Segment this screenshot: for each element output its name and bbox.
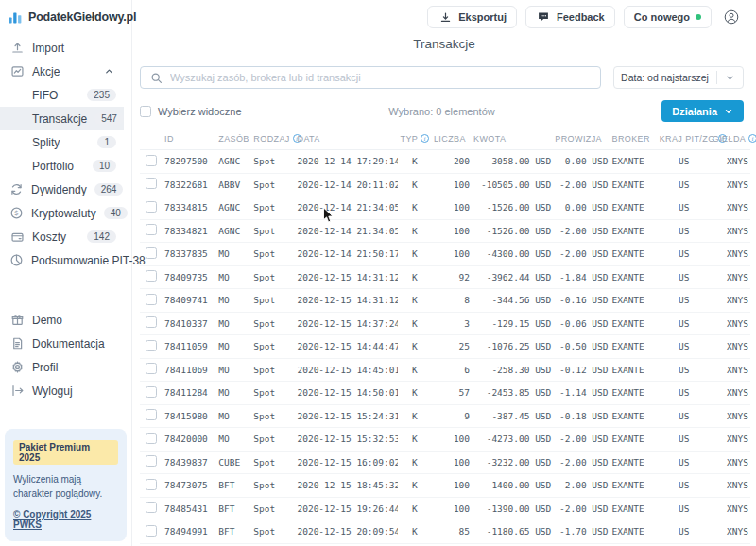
column-header-rodzaj[interactable]: RODZAJi — [251, 129, 295, 150]
row-checkbox-cell — [140, 196, 163, 220]
select-visible-checkbox[interactable] — [140, 106, 151, 117]
cell-kwota: -344.56 USD — [472, 289, 553, 313]
row-checkbox[interactable] — [146, 455, 157, 467]
cell-kwota: -2453.85 USD — [472, 382, 553, 405]
row-checkbox[interactable] — [146, 363, 157, 374]
cell-typ: K — [398, 289, 432, 313]
column-header-kwota[interactable]: KWOTA — [472, 129, 553, 150]
cell-data: 2020-12-14 21:50:17 — [295, 243, 397, 266]
sidebar-item-wyloguj[interactable]: Wyloguj — [0, 379, 124, 402]
row-checkbox[interactable] — [146, 433, 157, 444]
export-label: Eksportuj — [458, 11, 507, 23]
row-checkbox[interactable] — [146, 294, 157, 305]
column-header-prowizja[interactable]: PROWIZJA — [553, 129, 610, 150]
row-checkbox[interactable] — [146, 340, 157, 351]
search-input[interactable] — [170, 72, 593, 83]
cell-rodzaj: Spot — [251, 243, 295, 266]
premium-note: Wyliczenia mają charakter poglądowy. — [13, 473, 118, 501]
row-checkbox-cell — [140, 265, 163, 289]
sidebar-item-akcje[interactable]: Akcje — [0, 60, 124, 83]
cell-prowizja: -2.00 USD — [553, 243, 610, 266]
cell-broker: EXANTE — [610, 289, 657, 313]
feedback-label: Feedback — [557, 11, 605, 23]
row-checkbox[interactable] — [146, 409, 157, 420]
cell-broker: EXANTE — [610, 173, 657, 196]
sidebar-item-kryptowaluty[interactable]: $Kryptowaluty40 — [0, 201, 124, 225]
cell-broker: EXANTE — [610, 243, 657, 266]
sidebar-item-fifo[interactable]: FIFO235 — [0, 83, 124, 107]
sidebar-item-demo[interactable]: Demo — [0, 308, 124, 332]
column-header-gie-da[interactable]: GIEŁDAi — [711, 129, 750, 150]
cell-gie-da: XNYS — [711, 173, 750, 196]
column-header-zas-b[interactable]: ZASÓB — [216, 129, 251, 150]
count-badge: 547 — [94, 112, 124, 125]
cell-id: 78411284 — [163, 382, 216, 405]
row-checkbox[interactable] — [146, 502, 157, 513]
row-checkbox[interactable] — [146, 316, 157, 328]
sidebar-item-splity[interactable]: Splity1 — [0, 130, 124, 154]
row-checkbox[interactable] — [146, 178, 157, 189]
cell-prowizja: -2.00 USD — [553, 173, 610, 196]
app-logo[interactable]: PodatekGiełdowy.pl — [0, 0, 131, 30]
sidebar-item-profil[interactable]: Profil — [0, 355, 124, 379]
column-header-kraj-pit-zg[interactable]: KRAJ PIT/ZGi — [658, 129, 711, 150]
sidebar-item-dokumentacja[interactable]: Dokumentacja — [0, 332, 124, 355]
sidebar-item-label: Dokumentacja — [32, 337, 105, 350]
cell-broker: EXANTE — [610, 335, 657, 359]
column-header-liczba[interactable]: LICZBA — [432, 129, 472, 150]
info-icon[interactable]: i — [421, 134, 429, 143]
cell-kwota: -387.45 USD — [472, 404, 553, 428]
column-header-broker[interactable]: BROKER — [610, 129, 657, 150]
cell-broker: EXANTE — [610, 451, 657, 474]
search-box — [140, 66, 601, 89]
table-row: 78337835MOSpot2020-12-14 21:50:17K100-43… — [140, 243, 750, 266]
cell-kraj-pit-zg: US — [658, 219, 711, 243]
sidebar-item-koszty[interactable]: Koszty142 — [0, 225, 124, 248]
row-checkbox[interactable] — [146, 224, 157, 235]
cell-typ: K — [398, 358, 432, 382]
row-checkbox[interactable] — [146, 247, 157, 259]
row-checkbox[interactable] — [146, 525, 157, 537]
sidebar-item-dywidendy[interactable]: Dywidendy264 — [0, 178, 124, 201]
cell-rodzaj: Spot — [251, 312, 295, 335]
cell-rodzaj: Spot — [251, 358, 295, 382]
export-button[interactable]: Eksportuj — [427, 6, 517, 28]
actions-button[interactable]: Działania — [662, 100, 744, 122]
cell-gie-da: XNYS — [711, 428, 750, 452]
user-avatar-button[interactable] — [720, 6, 743, 28]
sidebar-item-transakcje[interactable]: Transakcje547 — [0, 107, 124, 130]
feedback-button[interactable]: Feedback — [525, 6, 615, 28]
sidebar-item-label: Splity — [32, 136, 60, 149]
sidebar-item-portfolio[interactable]: Portfolio10 — [0, 154, 124, 178]
row-checkbox[interactable] — [146, 201, 157, 213]
column-header-data[interactable]: DATA — [295, 129, 397, 150]
column-header-typ[interactable]: TYPi — [398, 129, 432, 150]
cell-data: 2020-12-14 21:34:05 — [295, 196, 397, 220]
row-checkbox[interactable] — [146, 386, 157, 398]
info-icon[interactable]: i — [748, 134, 756, 143]
row-checkbox[interactable] — [146, 270, 157, 282]
copyright-link[interactable]: © Copyright 2025 PWKS — [13, 509, 118, 530]
sidebar-item-import[interactable]: Import — [0, 36, 124, 60]
cell-typ: K — [398, 497, 432, 520]
whats-new-button[interactable]: Co nowego — [624, 6, 712, 28]
cell-data: 2020-12-15 14:31:12 — [295, 289, 397, 313]
cell-gie-da: XNYS — [711, 312, 750, 335]
cell-liczba: 85 — [432, 520, 472, 544]
cell-kraj-pit-zg: US — [658, 520, 711, 544]
row-checkbox[interactable] — [146, 155, 157, 166]
cell-liczba: 100 — [432, 219, 472, 243]
sidebar-item-label: Profil — [32, 361, 58, 374]
sort-dropdown[interactable]: Data: od najstarszej — [613, 66, 744, 89]
cell-zas-b: AGNC — [216, 196, 251, 220]
cell-typ: K — [398, 404, 432, 428]
cell-typ: K — [398, 474, 432, 498]
divider — [716, 71, 717, 84]
cell-liczba: 8 — [432, 289, 472, 313]
cell-kwota: -1400.00 USD — [472, 474, 553, 498]
row-checkbox[interactable] — [146, 479, 157, 490]
column-header-id[interactable]: ID — [163, 129, 216, 150]
sidebar-item-podsumowanie-pit-38[interactable]: Podsumowanie PIT-38 — [0, 248, 124, 272]
cell-liczba: 3 — [432, 312, 472, 335]
count-badge: 1 — [97, 136, 116, 148]
